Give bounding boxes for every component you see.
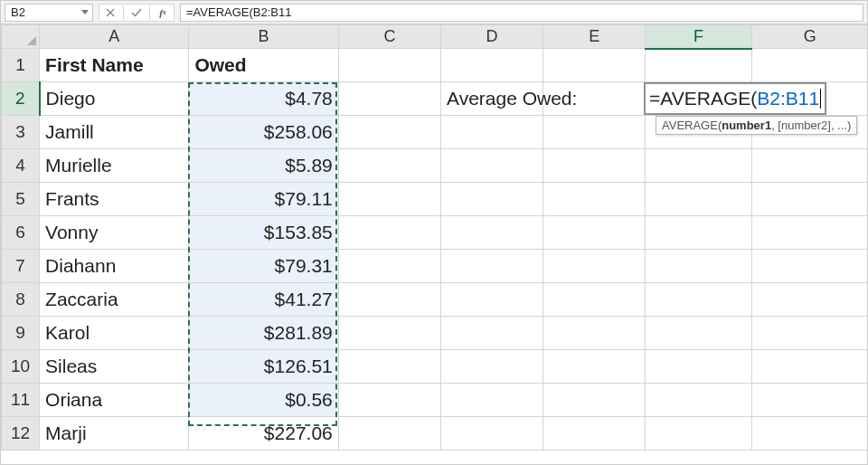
cell-E5[interactable] bbox=[543, 183, 646, 216]
cell-D2[interactable]: Average Owed: bbox=[441, 82, 543, 116]
cell-E1[interactable] bbox=[543, 49, 646, 82]
cell-C5[interactable] bbox=[338, 183, 440, 216]
cell-F8[interactable] bbox=[646, 283, 751, 317]
cell-F9[interactable] bbox=[646, 317, 751, 350]
cell-A12[interactable]: Marji bbox=[40, 417, 189, 451]
cell-F12[interactable] bbox=[646, 417, 751, 451]
cell-D9[interactable] bbox=[441, 317, 543, 350]
column-header-C[interactable]: C bbox=[338, 25, 440, 49]
cell-A10[interactable]: Sileas bbox=[40, 350, 189, 384]
row-header-8[interactable]: 8 bbox=[2, 283, 40, 317]
cell-C12[interactable] bbox=[338, 417, 440, 451]
cell-G8[interactable] bbox=[751, 283, 868, 317]
cell-D1[interactable] bbox=[441, 49, 543, 82]
cell-B3[interactable]: $258.06 bbox=[189, 116, 338, 149]
cell-F11[interactable] bbox=[646, 384, 751, 417]
cell-E10[interactable] bbox=[543, 350, 646, 384]
column-header-F[interactable]: F bbox=[646, 25, 751, 49]
cell-G7[interactable] bbox=[751, 250, 868, 283]
cell-C11[interactable] bbox=[338, 384, 440, 417]
cell-C7[interactable] bbox=[338, 250, 440, 283]
cell-C10[interactable] bbox=[338, 350, 440, 384]
cell-E6[interactable] bbox=[543, 216, 646, 250]
cell-C3[interactable] bbox=[338, 116, 440, 149]
cell-G12[interactable] bbox=[751, 417, 868, 451]
cell-A5[interactable]: Frants bbox=[40, 183, 189, 216]
cell-A8[interactable]: Zaccaria bbox=[40, 283, 189, 317]
cell-A7[interactable]: Diahann bbox=[40, 250, 189, 283]
cell-D7[interactable] bbox=[441, 250, 543, 283]
cell-B2[interactable]: $4.78 bbox=[189, 82, 338, 116]
cell-G4[interactable] bbox=[751, 149, 868, 183]
cell-D4[interactable] bbox=[441, 149, 543, 183]
cell-E11[interactable] bbox=[543, 384, 646, 417]
row-header-10[interactable]: 10 bbox=[2, 350, 40, 384]
cell-D5[interactable] bbox=[441, 183, 543, 216]
cell-F5[interactable] bbox=[646, 183, 751, 216]
cell-G1[interactable] bbox=[751, 49, 868, 82]
cell-C9[interactable] bbox=[338, 317, 440, 350]
cell-A1[interactable]: First Name bbox=[40, 49, 189, 82]
cell-A11[interactable]: Oriana bbox=[40, 384, 189, 417]
cell-A6[interactable]: Vonny bbox=[40, 216, 189, 250]
name-box[interactable]: B2 bbox=[5, 4, 93, 22]
cell-D11[interactable] bbox=[441, 384, 543, 417]
cell-C1[interactable] bbox=[338, 49, 440, 82]
cell-E8[interactable] bbox=[543, 283, 646, 317]
cell-G5[interactable] bbox=[751, 183, 868, 216]
row-header-7[interactable]: 7 bbox=[2, 250, 40, 283]
row-header-9[interactable]: 9 bbox=[2, 317, 40, 350]
cell-C8[interactable] bbox=[338, 283, 440, 317]
cell-C4[interactable] bbox=[338, 149, 440, 183]
cell-B12[interactable]: $227.06 bbox=[189, 417, 338, 451]
cell-B7[interactable]: $79.31 bbox=[189, 250, 338, 283]
cell-D12[interactable] bbox=[441, 417, 543, 451]
cell-C6[interactable] bbox=[338, 216, 440, 250]
row-header-11[interactable]: 11 bbox=[2, 384, 40, 417]
cell-G11[interactable] bbox=[751, 384, 868, 417]
column-header-D[interactable]: D bbox=[441, 25, 543, 49]
cell-F7[interactable] bbox=[646, 250, 751, 283]
cell-D10[interactable] bbox=[441, 350, 543, 384]
column-header-G[interactable]: G bbox=[751, 25, 868, 49]
cell-A2[interactable]: Diego bbox=[40, 82, 189, 116]
cell-G9[interactable] bbox=[751, 317, 868, 350]
editing-cell[interactable]: =AVERAGE(B2:B11 bbox=[645, 83, 826, 114]
cell-E9[interactable] bbox=[543, 317, 646, 350]
cell-E3[interactable] bbox=[543, 116, 646, 149]
row-header-3[interactable]: 3 bbox=[2, 116, 40, 149]
cell-E4[interactable] bbox=[543, 149, 646, 183]
cell-C2[interactable] bbox=[338, 82, 440, 116]
cell-F1[interactable] bbox=[646, 49, 751, 82]
cell-F6[interactable] bbox=[646, 216, 751, 250]
cell-A4[interactable]: Murielle bbox=[40, 149, 189, 183]
row-header-2[interactable]: 2 bbox=[2, 82, 40, 116]
enter-icon[interactable] bbox=[129, 5, 144, 20]
cell-B10[interactable]: $126.51 bbox=[189, 350, 338, 384]
cell-F4[interactable] bbox=[646, 149, 751, 183]
cell-B9[interactable]: $281.89 bbox=[189, 317, 338, 350]
cell-G10[interactable] bbox=[751, 350, 868, 384]
cell-B5[interactable]: $79.11 bbox=[189, 183, 338, 216]
cell-B4[interactable]: $5.89 bbox=[189, 149, 338, 183]
cell-F10[interactable] bbox=[646, 350, 751, 384]
row-header-1[interactable]: 1 bbox=[2, 49, 40, 82]
cell-D8[interactable] bbox=[441, 283, 543, 317]
fx-icon[interactable]: fx bbox=[156, 5, 170, 20]
row-header-12[interactable]: 12 bbox=[2, 417, 40, 451]
row-header-4[interactable]: 4 bbox=[2, 149, 40, 183]
cell-D6[interactable] bbox=[441, 216, 543, 250]
row-header-5[interactable]: 5 bbox=[2, 183, 40, 216]
column-header-B[interactable]: B bbox=[189, 25, 338, 49]
cell-B11[interactable]: $0.56 bbox=[189, 384, 338, 417]
formula-input[interactable]: =AVERAGE(B2:B11 bbox=[180, 4, 863, 22]
cell-E7[interactable] bbox=[543, 250, 646, 283]
cell-B8[interactable]: $41.27 bbox=[189, 283, 338, 317]
cell-A3[interactable]: Jamill bbox=[40, 116, 189, 149]
cell-E12[interactable] bbox=[543, 417, 646, 451]
cell-G6[interactable] bbox=[751, 216, 868, 250]
cancel-icon[interactable] bbox=[103, 5, 118, 20]
cell-A9[interactable]: Karol bbox=[40, 317, 189, 350]
cell-D3[interactable] bbox=[441, 116, 543, 149]
row-header-6[interactable]: 6 bbox=[2, 216, 40, 250]
